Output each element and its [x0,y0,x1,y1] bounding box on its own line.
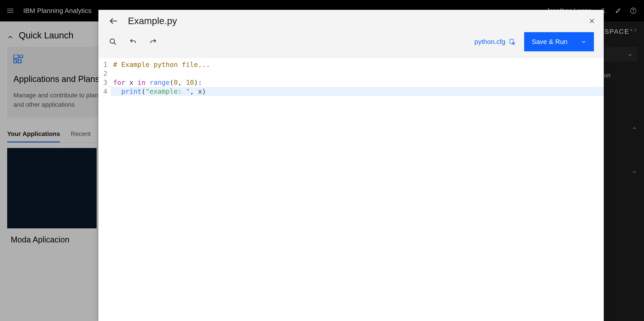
svg-line-11 [114,43,116,45]
svg-point-10 [110,39,114,43]
close-button[interactable] [589,18,595,24]
code-line: # Example python file... [111,60,604,69]
code-line: print("example: ", x) [111,87,604,96]
code-line [111,69,604,78]
undo-button[interactable] [128,37,138,46]
config-link-label: python.cfg [474,38,505,45]
save-run-label: Save & Run [532,38,568,45]
line-gutter: 1 2 3⌄ 4 [98,58,111,321]
line-number: 1 [103,60,107,69]
line-number: 4 [103,87,107,96]
back-button[interactable] [109,16,118,25]
code-body[interactable]: # Example python file... for x in range(… [111,58,604,321]
modal-header: Example.py [98,10,604,32]
save-run-button[interactable]: Save & Run [524,32,594,51]
file-title: Example.py [128,16,177,26]
document-settings-icon [508,38,515,45]
code-line: for x in range(0, 10): [111,78,604,87]
line-number: 3⌄ [103,78,107,87]
code-editor[interactable]: 1 2 3⌄ 4 # Example python file... for x … [98,58,604,321]
redo-button[interactable] [148,37,158,46]
search-button[interactable] [108,37,118,46]
script-editor-modal: Example.py python.cfg Save & Run 1 2 3⌄ [98,10,604,321]
svg-rect-12 [510,39,513,44]
fold-icon[interactable]: ⌄ [109,81,110,90]
line-number: 2 [103,69,107,78]
config-link[interactable]: python.cfg [474,38,515,45]
chevron-down-icon [581,39,586,44]
modal-toolbar: python.cfg Save & Run [98,32,604,58]
